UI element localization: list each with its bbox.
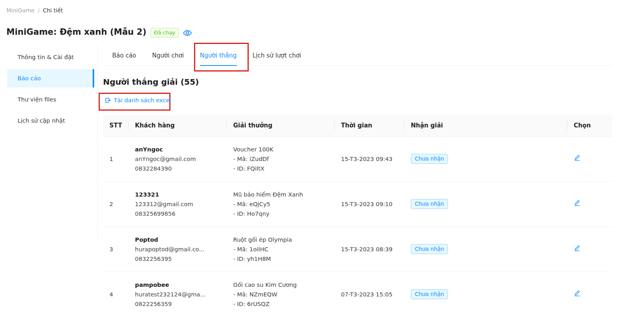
tab-bao-cao[interactable]: Báo cáo: [112, 45, 136, 66]
col-header-nhan-giai: Nhận giải: [404, 115, 567, 136]
prize-code: - Mã: eQjCy5: [233, 199, 328, 209]
table-row: 1 anYngoc anYngoc@gmail.com 0832284390 V…: [103, 136, 612, 181]
cell-status: Chưa nhận: [404, 227, 567, 272]
edit-pencil-icon[interactable]: [574, 154, 581, 161]
cell-action: [567, 136, 612, 181]
sidebar-item-thong-tin[interactable]: Thông tin & Cài đặt: [7, 48, 94, 66]
customer-phone: 0832256395: [135, 254, 220, 264]
col-header-stt: STT: [103, 115, 129, 136]
edit-pencil-icon[interactable]: [574, 290, 581, 296]
table-row: 3 Poptod hurapoptod@gmail.co... 08322563…: [103, 227, 612, 272]
breadcrumb-separator: /: [38, 7, 40, 14]
eye-icon[interactable]: [183, 28, 192, 38]
customer-email: 123312@gmail.com: [135, 199, 220, 209]
cell-action: [567, 181, 612, 227]
prize-name: Voucher 100K: [233, 145, 328, 154]
sidebar-divider: [97, 45, 98, 241]
cell-customer: 123321 123312@gmail.com 08325699856: [129, 181, 227, 227]
breadcrumb-minigame[interactable]: MiniGame: [6, 7, 34, 14]
table-header-row: STT Khách hàng Giải thưởng Thời gian Nhậ…: [103, 115, 612, 136]
breadcrumb: MiniGame / Chi tiết: [6, 7, 63, 14]
table-row: 2 123321 123312@gmail.com 08325699856 Mũ…: [103, 181, 612, 227]
cell-action: [567, 272, 612, 317]
cell-customer: Poptod hurapoptod@gmail.co... 0832256395: [129, 227, 227, 272]
prize-id: - ID: Ho7qny: [233, 209, 328, 219]
col-header-chon: Chọn: [567, 115, 612, 136]
customer-email: anYngoc@gmail.com: [135, 154, 220, 164]
customer-phone: 0832284390: [135, 164, 220, 173]
col-header-thoi-gian: Thời gian: [335, 115, 404, 136]
customer-email: huratest232124@gma...: [135, 290, 220, 299]
table-row: 4 pampobee huratest232124@gma... 0822256…: [103, 272, 612, 317]
cell-prize: Ruột gối ép Olympia - Mã: 1oiIHC - ID: y…: [227, 227, 335, 272]
sidebar-item-bao-cao[interactable]: Báo cáo: [7, 69, 94, 87]
status-badge: Đã chạy: [151, 28, 179, 38]
customer-phone: 0822256359: [135, 299, 220, 309]
sidebar-item-thu-vien-files[interactable]: Thư viện files: [7, 90, 94, 109]
cell-stt: 3: [103, 227, 129, 272]
prize-name: Gối cao su Kim Cương: [233, 280, 328, 290]
tab-nguoi-choi[interactable]: Người chơi: [152, 45, 184, 66]
cell-time: 15-T3-2023 09:43: [335, 136, 404, 181]
export-icon: [105, 97, 111, 103]
cell-time: 07-T3-2023 15:05: [335, 272, 404, 317]
cell-prize: Voucher 100K - Mã: iZudDf - ID: FQiltX: [227, 136, 335, 181]
prize-id: - ID: FQiltX: [233, 164, 328, 173]
status-tag[interactable]: Chưa nhận: [411, 289, 448, 299]
cell-status: Chưa nhận: [404, 272, 567, 317]
edit-pencil-icon[interactable]: [574, 199, 581, 206]
status-tag[interactable]: Chưa nhận: [411, 244, 448, 254]
customer-name: Poptod: [135, 235, 220, 244]
prize-code: - Mã: iZudDf: [233, 154, 328, 164]
cell-stt: 1: [103, 136, 129, 181]
cell-prize: Mũ bảo hiểm Đệm Xanh - Mã: eQjCy5 - ID: …: [227, 181, 335, 227]
cell-stt: 4: [103, 272, 129, 317]
prize-code: - Mã: NZmEQW: [233, 290, 328, 299]
prize-name: Ruột gối ép Olympia: [233, 235, 328, 244]
breadcrumb-current: Chi tiết: [43, 7, 63, 14]
tab-bar: Báo cáo Người chơi Người thắng Lịch sử l…: [103, 45, 612, 66]
prize-id: - ID: 6rUSQZ: [233, 299, 328, 309]
customer-email: hurapoptod@gmail.co...: [135, 244, 220, 254]
page-header: MiniGame: Đệm xanh (Mẫu 2) Đã chạy: [6, 26, 192, 38]
cell-stt: 2: [103, 181, 129, 227]
prize-id: - ID: yh1H8M: [233, 254, 328, 264]
customer-phone: 08325699856: [135, 209, 220, 219]
export-excel-button[interactable]: Tải danh sách excel: [105, 97, 171, 103]
export-link-label: Tải danh sách excel: [114, 97, 171, 103]
customer-name: anYngoc: [135, 145, 220, 154]
page-title: MiniGame: Đệm xanh (Mẫu 2): [6, 27, 147, 37]
customer-name: 123321: [135, 190, 220, 199]
section-title: Người thắng giải (55): [103, 77, 199, 87]
edit-pencil-icon[interactable]: [574, 244, 581, 251]
cell-action: [567, 227, 612, 272]
cell-customer: pampobee huratest232124@gma... 082225635…: [129, 272, 227, 317]
cell-prize: Gối cao su Kim Cương - Mã: NZmEQW - ID: …: [227, 272, 335, 317]
tab-lich-su-luot-choi[interactable]: Lịch sử lượt chơi: [253, 45, 301, 66]
prize-name: Mũ bảo hiểm Đệm Xanh: [233, 190, 328, 199]
cell-time: 15-T3-2023 08:39: [335, 227, 404, 272]
sidebar-item-lich-su-cap-nhat[interactable]: Lịch sử cập nhật: [7, 111, 94, 130]
cell-status: Chưa nhận: [404, 136, 567, 181]
cell-status: Chưa nhận: [404, 181, 567, 227]
tab-nguoi-thang[interactable]: Người thắng: [200, 45, 237, 66]
cell-time: 15-T3-2023 09:10: [335, 181, 404, 227]
cell-customer: anYngoc anYngoc@gmail.com 0832284390: [129, 136, 227, 181]
status-tag[interactable]: Chưa nhận: [411, 199, 448, 209]
customer-name: pampobee: [135, 280, 220, 290]
status-tag[interactable]: Chưa nhận: [411, 154, 448, 164]
col-header-giai-thuong: Giải thưởng: [227, 115, 335, 136]
winners-table: STT Khách hàng Giải thưởng Thời gian Nhậ…: [103, 115, 612, 317]
prize-code: - Mã: 1oiIHC: [233, 244, 328, 254]
sidebar-menu: Thông tin & Cài đặt Báo cáo Thư viện fil…: [7, 45, 94, 133]
col-header-khach-hang: Khách hàng: [129, 115, 227, 136]
